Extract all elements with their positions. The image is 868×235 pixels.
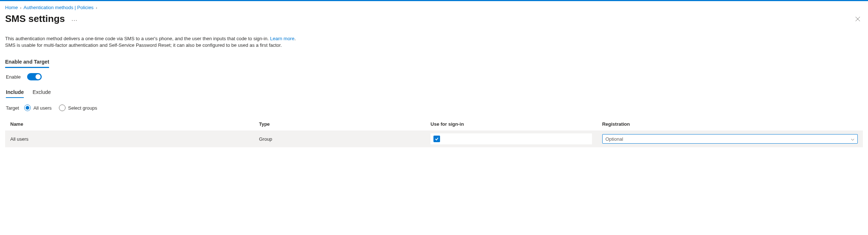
- chevron-right-icon: ›: [20, 5, 22, 10]
- radio-all-users[interactable]: All users: [24, 105, 52, 111]
- check-icon: [435, 137, 439, 141]
- radio-select-groups[interactable]: Select groups: [59, 105, 97, 111]
- radio-select-groups-label: Select groups: [68, 105, 97, 111]
- table-row: All users Group Optional: [5, 130, 863, 147]
- description-text: This authentication method delivers a on…: [5, 35, 863, 49]
- enable-label: Enable: [6, 74, 21, 80]
- target-label: Target: [6, 105, 19, 111]
- toggle-knob-icon: [36, 74, 41, 79]
- cell-type: Group: [254, 130, 425, 147]
- page-title: SMS settings: [5, 13, 65, 24]
- col-header-registration[interactable]: Registration: [597, 118, 863, 130]
- more-actions-button[interactable]: ···: [71, 17, 77, 24]
- breadcrumb-home[interactable]: Home: [5, 5, 18, 10]
- cell-name: All users: [5, 130, 254, 147]
- registration-dropdown[interactable]: Optional: [602, 134, 858, 144]
- tab-include[interactable]: Include: [6, 89, 24, 98]
- tab-enable-and-target[interactable]: Enable and Target: [5, 59, 49, 68]
- radio-icon: [59, 105, 66, 111]
- chevron-down-icon: [851, 136, 854, 142]
- close-button[interactable]: [853, 14, 863, 24]
- learn-more-link[interactable]: Learn more: [270, 36, 294, 41]
- radio-icon: [24, 105, 31, 111]
- dropdown-value: Optional: [606, 136, 623, 142]
- col-header-type[interactable]: Type: [254, 118, 425, 130]
- chevron-right-icon: ›: [96, 5, 97, 10]
- col-header-signin[interactable]: Use for sign-in: [425, 118, 597, 130]
- breadcrumb-auth-policies[interactable]: Authentication methods | Policies: [23, 5, 93, 10]
- use-for-signin-checkbox[interactable]: [433, 136, 440, 142]
- close-icon: [855, 16, 861, 22]
- col-header-name[interactable]: Name: [5, 118, 254, 130]
- targets-table: Name Type Use for sign-in Registration A…: [5, 118, 863, 147]
- radio-all-users-label: All users: [33, 105, 52, 111]
- tab-exclude[interactable]: Exclude: [33, 89, 51, 98]
- enable-toggle[interactable]: [27, 73, 42, 80]
- breadcrumb: Home › Authentication methods | Policies…: [5, 5, 863, 10]
